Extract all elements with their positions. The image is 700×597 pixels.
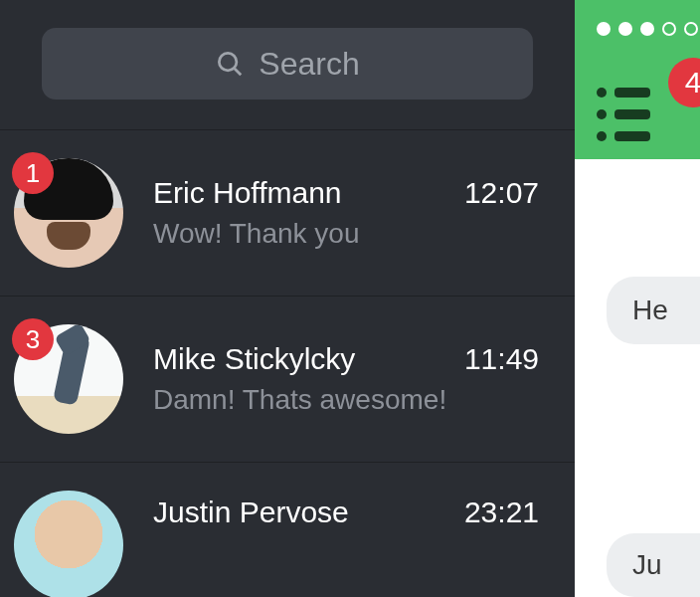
contact-name: Eric Hoffmann: [153, 176, 342, 210]
timestamp: 12:07: [464, 176, 539, 210]
svg-point-0: [220, 53, 238, 71]
timestamp: 11:49: [464, 342, 539, 376]
message-bubble: He: [607, 277, 700, 344]
timestamp: 23:21: [464, 496, 539, 529]
svg-line-1: [235, 69, 242, 76]
unread-badge: 4: [668, 58, 700, 107]
message-bubble: Ju: [607, 533, 700, 597]
message-preview: Wow! Thank you: [153, 218, 539, 250]
avatar-container: 1: [14, 158, 123, 268]
search-input[interactable]: Search: [42, 28, 533, 100]
avatar-container: 3: [14, 324, 123, 434]
message-preview: Damn! Thats awesome!: [153, 384, 539, 416]
conversation-text: Justin Pervose 23:21: [153, 496, 539, 529]
avatar-container: [14, 491, 123, 534]
conversation-text: Eric Hoffmann 12:07 Wow! Thank you: [153, 176, 539, 250]
contact-name: Justin Pervose: [153, 496, 349, 529]
search-container: Search: [0, 0, 575, 129]
status-bar-signal-icon: [597, 22, 698, 36]
search-icon: [215, 49, 245, 79]
conversation-item[interactable]: Justin Pervose 23:21: [0, 462, 575, 534]
avatar: [14, 491, 123, 597]
search-placeholder: Search: [259, 46, 359, 83]
menu-list-icon[interactable]: [597, 88, 650, 141]
conversation-text: Mike Stickylcky 11:49 Damn! Thats awesom…: [153, 342, 539, 416]
unread-badge: 1: [12, 152, 54, 194]
conversation-list: 1 Eric Hoffmann 12:07 Wow! Thank you 3 M…: [0, 129, 575, 534]
chat-panel: 4 He Ju: [575, 0, 700, 597]
chat-body: He Ju: [575, 159, 700, 597]
conversation-item[interactable]: 1 Eric Hoffmann 12:07 Wow! Thank you: [0, 129, 575, 296]
conversations-sidebar: Search 1 Eric Hoffmann 12:07 Wow! Thank …: [0, 0, 575, 597]
conversation-item[interactable]: 3 Mike Stickylcky 11:49 Damn! Thats awes…: [0, 296, 575, 462]
contact-name: Mike Stickylcky: [153, 342, 355, 376]
unread-badge: 3: [12, 318, 54, 360]
chat-header: 4: [575, 0, 700, 159]
